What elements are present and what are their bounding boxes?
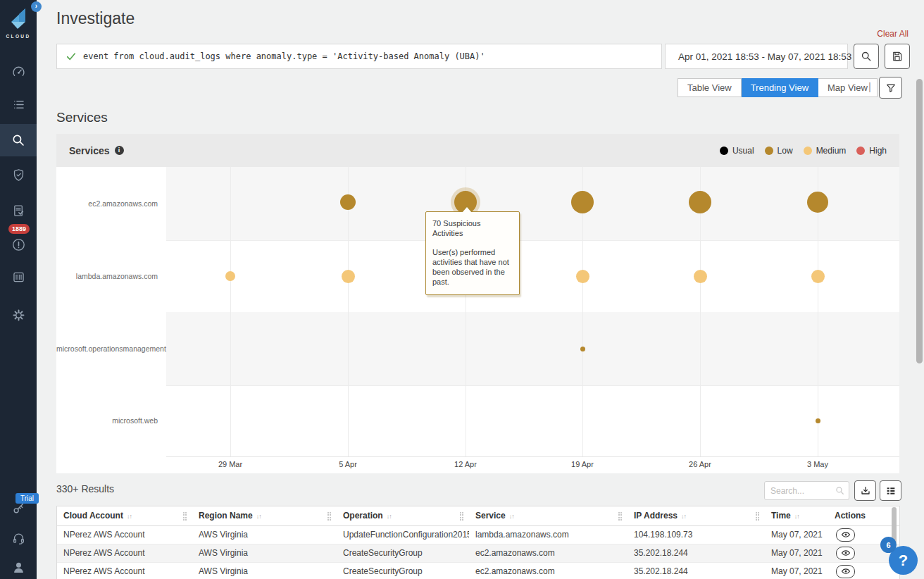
date-range-text: Apr 01, 2021 18:53 - May 07, 2021 18:53 [678,51,851,62]
eye-icon [841,548,851,558]
sidebar-item-profile[interactable] [0,553,37,579]
list-icon [11,97,26,112]
chart-axis-label: 29 Mar [209,460,251,468]
chart-bubble[interactable] [580,347,585,351]
sort-icon[interactable]: ↓↑ [127,513,132,520]
cell-ip-address: 104.198.109.73 [628,525,765,544]
view-event-button[interactable] [836,565,855,578]
column-resize-handle[interactable] [460,512,463,521]
column-header-region-name[interactable]: Region Name↓↑ [192,506,337,525]
tab-table-view[interactable]: Table View [678,78,742,97]
chart-bubble[interactable] [571,191,594,213]
services-chart-panel: Services i UsualLowMediumHigh 70 Suspici… [56,134,899,473]
archive-icon [11,270,26,285]
column-settings-button[interactable] [880,480,901,501]
chart-axis-label: 3 May [797,460,839,468]
view-event-button[interactable] [836,547,855,560]
chart-bubble[interactable] [694,270,707,283]
search-icon [11,132,26,148]
chart-bubble[interactable] [225,271,235,281]
chart-bubble[interactable] [576,270,589,283]
sidebar-item-support[interactable] [0,524,37,552]
sidebar-item-investigate[interactable] [0,126,37,154]
column-resize-handle[interactable] [756,512,759,521]
cell-cloud-account: NPerez AWS Account [57,525,192,544]
save-icon [891,50,904,63]
column-resize-handle[interactable] [618,512,622,521]
cell-service: ec2.amazonaws.com [469,544,628,562]
chart-row-band [166,385,899,456]
sort-icon[interactable]: ↓↑ [256,513,261,520]
column-header-label: Cloud Account [63,511,123,521]
separator: | [868,80,871,92]
chart-row-label: microsoft.web [56,385,162,456]
save-search-button[interactable] [885,44,910,69]
date-range-picker[interactable]: Apr 01, 2021 18:53 - May 07, 2021 18:53 [665,44,848,69]
table-row[interactable]: NPerez AWS AccountAWS VirginiaUpdateFunc… [57,525,899,544]
sort-icon[interactable]: ↓↑ [509,513,514,520]
section-title: Services [56,110,108,125]
sidebar-item-compliance[interactable] [0,161,37,189]
sort-icon[interactable]: ↓↑ [387,513,392,520]
cloud-logo: CLOUD [0,7,37,39]
chart-bubble[interactable] [816,418,820,423]
chart-bubble[interactable] [340,194,356,210]
app-root: CLOUD [0,0,924,579]
page-title: Investigate [56,9,135,28]
table-row[interactable]: NPerez AWS AccountAWS VirginiaCreateSecu… [57,562,899,579]
chart-row-label: ec2.amazonaws.com [56,167,162,240]
column-resize-handle[interactable] [327,512,331,521]
sort-icon[interactable]: ↓↑ [681,513,686,520]
query-valid-check-icon [65,51,77,62]
column-header-operation[interactable]: Operation↓↑ [337,506,469,525]
view-event-button[interactable] [836,528,855,542]
gauge-icon [11,65,26,80]
filter-button[interactable] [879,77,902,99]
sidebar-item-settings[interactable] [0,301,37,329]
tab-trending-view[interactable]: Trending View [742,78,818,97]
cell-service: ec2.amazonaws.com [469,562,628,579]
cell-operation: CreateSecurityGroup [337,562,469,579]
sort-icon[interactable]: ↓↑ [794,513,799,520]
sidebar-item-inventory[interactable] [0,263,37,291]
chart-plot: 70 Suspicious Activities User(s) perform… [56,134,899,473]
column-header-label: Operation [343,511,383,521]
chart-gridline [230,167,231,456]
cell-cloud-account: NPerez AWS Account [57,562,192,579]
column-header-time[interactable]: Time↓↑ [765,506,828,525]
results-table: Cloud Account↓↑Region Name↓↑Operation↓↑S… [57,506,899,579]
sidebar-item-dashboard[interactable] [0,58,37,86]
table-row[interactable]: NPerez AWS AccountAWS VirginiaCreateSecu… [57,544,899,562]
chevron-right-icon: › [35,2,37,10]
download-button[interactable] [854,480,876,501]
table-search [764,481,849,500]
cell-time: May 07, 2021 [765,544,828,562]
columns-icon [885,485,897,497]
chart-row-label: microsoft.operationsmanagement [56,312,162,385]
query-input[interactable]: event from cloud.audit_logs where anomal… [56,44,662,69]
sidebar-item-reports[interactable] [0,197,37,225]
column-header-service[interactable]: Service↓↑ [469,506,628,525]
cell-operation: UpdateFunctionConfiguration2015033... [337,525,469,544]
magnifier-icon [860,50,873,63]
column-header-ip-address[interactable]: IP Address↓↑ [628,506,765,525]
column-resize-handle[interactable] [183,512,187,521]
cell-region-name: AWS Virginia [192,544,337,562]
chart-bubble[interactable] [807,192,828,213]
sidebar-item-alerts[interactable] [0,230,37,259]
results-count: 330+ Results [56,483,114,494]
cell-operation: CreateSecurityGroup [337,544,469,562]
clear-all-link[interactable]: Clear All [877,29,909,39]
run-search-button[interactable] [854,44,879,69]
sidebar-item-policies[interactable] [0,90,37,118]
chart-bubble[interactable] [811,270,825,283]
column-header-cloud-account[interactable]: Cloud Account↓↑ [57,506,192,525]
page-scrollbar[interactable] [916,79,923,363]
column-header-label: Time [771,511,791,521]
chart-bubble[interactable] [342,270,355,283]
person-icon [11,560,26,575]
cell-region-name: AWS Virginia [192,562,337,579]
help-button[interactable]: 6 ? [889,546,918,575]
sidebar-expand-button[interactable]: › [31,1,42,12]
chart-bubble[interactable] [689,191,711,213]
